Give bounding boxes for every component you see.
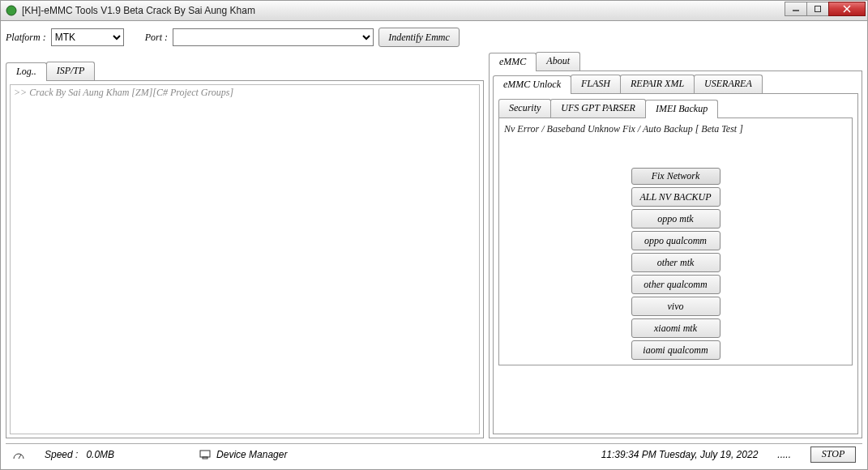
port-select[interactable]	[173, 28, 374, 46]
speed-icon	[12, 448, 25, 461]
all-nv-backup-button[interactable]: ALL NV BACKUP	[631, 187, 720, 207]
tab-userarea[interactable]: USERAREA	[694, 75, 763, 93]
left-pane: Log.. ISP/TP >> Crack By Sai Aung Kham […	[6, 52, 484, 438]
oppo-qualcomm-button[interactable]: oppo qualcomm	[631, 231, 720, 250]
minimize-button[interactable]	[785, 2, 807, 16]
stop-button[interactable]: STOP	[810, 446, 856, 463]
svg-rect-2	[815, 6, 821, 11]
status-bar: Speed : 0.0MB Device Manager 11:39:34 PM…	[6, 443, 862, 464]
main-row: Log.. ISP/TP >> Crack By Sai Aung Kham […	[6, 52, 862, 438]
left-tab-body: >> Crack By Sai Aung Kham [ZM][C# Projec…	[6, 80, 484, 438]
tab-imei-backup[interactable]: IMEI Backup	[645, 100, 718, 118]
right-top-tabstrip: eMMC About	[489, 52, 862, 70]
app-icon	[6, 5, 17, 16]
right-mid-tabstrip: eMMC Unlock FLASH REPAIR XML USERAREA	[493, 75, 858, 93]
tab-isp-tp[interactable]: ISP/TP	[46, 62, 96, 80]
status-dots: .....	[777, 449, 791, 460]
tab-log[interactable]: Log..	[6, 62, 47, 81]
tab-flash[interactable]: FLASH	[571, 75, 621, 93]
xiaomi-mtk-button[interactable]: xiaomi mtk	[631, 318, 720, 338]
left-tabstrip: Log.. ISP/TP	[6, 62, 484, 80]
close-button[interactable]	[828, 2, 866, 16]
speed-label: Speed :	[45, 449, 78, 460]
tab-repair-xml[interactable]: REPAIR XML	[620, 75, 695, 93]
identify-emmc-button[interactable]: Indentify Emmc	[378, 28, 460, 47]
right-mid-body: Security UFS GPT PARSER IMEI Backup Nv E…	[493, 93, 858, 434]
fix-network-stack: Fix Network ALL NV BACKUP oppo mtk oppo …	[504, 168, 847, 360]
fix-network-header: Fix Network	[631, 168, 720, 185]
right-inner-tabstrip: Security UFS GPT PARSER IMEI Backup	[498, 99, 853, 118]
xiaomi-qualcomm-button[interactable]: iaomi qualcomm	[631, 340, 720, 360]
svg-line-5	[19, 455, 21, 459]
device-manager-link[interactable]: Device Manager	[216, 449, 287, 460]
svg-rect-7	[203, 457, 207, 459]
datetime: 11:39:34 PM Tuesday, July 19, 2022	[601, 449, 759, 460]
platform-select[interactable]: MTK	[51, 28, 124, 46]
port-label: Port :	[145, 32, 168, 44]
right-pane: eMMC About eMMC Unlock FLASH REPAIR XML …	[489, 52, 862, 438]
svg-rect-6	[200, 451, 210, 457]
oppo-mtk-button[interactable]: oppo mtk	[631, 209, 720, 229]
vivo-button[interactable]: vivo	[631, 297, 720, 316]
window-controls	[785, 2, 866, 16]
right-top-body: eMMC Unlock FLASH REPAIR XML USERAREA Se…	[489, 70, 862, 438]
device-manager-icon	[199, 448, 212, 461]
tab-security[interactable]: Security	[498, 99, 551, 118]
other-qualcomm-button[interactable]: other qualcomm	[631, 275, 720, 294]
speed-value: 0.0MB	[86, 449, 114, 460]
tab-emmc-unlock[interactable]: eMMC Unlock	[493, 75, 571, 94]
tab-about[interactable]: About	[536, 52, 580, 70]
imei-backup-description: Nv Error / Baseband Unknow Fix / Auto Ba…	[504, 123, 847, 135]
other-mtk-button[interactable]: other mtk	[631, 253, 720, 272]
right-inner-body: Nv Error / Baseband Unknow Fix / Auto Ba…	[498, 118, 853, 365]
log-area[interactable]: >> Crack By Sai Aung Kham [ZM][C# Projec…	[10, 84, 480, 434]
svg-point-0	[6, 6, 16, 15]
app-body: Platform : MTK Port : Indentify Emmc Log…	[0, 21, 868, 470]
titlebar: [KH]-eMMC Tools V1.9 Beta Crack By Sai A…	[0, 0, 868, 21]
tab-ufs-gpt-parser[interactable]: UFS GPT PARSER	[550, 99, 646, 118]
maximize-button[interactable]	[806, 2, 829, 16]
platform-label: Platform :	[6, 32, 46, 44]
toolbar: Platform : MTK Port : Indentify Emmc	[6, 26, 862, 49]
tab-emmc[interactable]: eMMC	[489, 53, 537, 71]
window-title: [KH]-eMMC Tools V1.9 Beta Crack By Sai A…	[22, 5, 255, 16]
